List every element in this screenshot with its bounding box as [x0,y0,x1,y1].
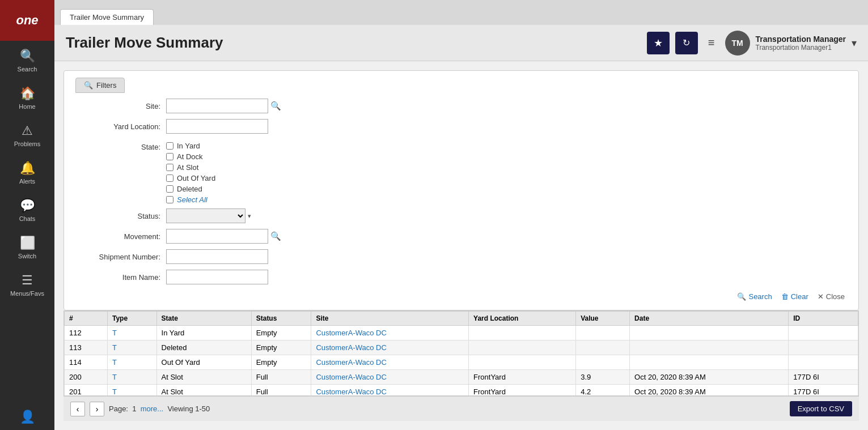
hamburger-button[interactable]: ≡ [704,36,719,49]
cell-status: Empty [251,340,311,355]
next-icon: › [96,405,99,414]
cell-type: T [107,355,156,370]
shipment-number-input[interactable] [166,249,268,264]
cell-yard [469,340,576,355]
site-link[interactable]: CustomerA-Waco DC [316,343,386,352]
movement-label: Movement: [75,229,166,245]
checkbox-at-dock[interactable] [166,153,173,160]
cell-type: T [107,340,156,355]
user-icon: 👤 [20,410,35,424]
type-link[interactable]: T [112,329,117,337]
checkbox-at-slot[interactable] [166,164,173,171]
cell-date [630,355,789,370]
cell-yard: FrontYard [469,370,576,385]
export-csv-button[interactable]: Export to CSV [790,401,852,416]
clear-icon: 🗑 [781,292,789,301]
checkbox-in-yard[interactable] [166,142,173,150]
cell-yard [469,326,576,340]
status-label: Status: [75,208,166,224]
filters-tab[interactable]: 🔍 Filters [75,78,125,93]
type-link[interactable]: T [112,388,117,396]
cell-value [576,326,630,340]
shipment-number-label: Shipment Number: [75,249,166,265]
filter-close-button[interactable]: ✕ Close [818,292,845,301]
type-link[interactable]: T [112,343,117,352]
site-link[interactable]: CustomerA-Waco DC [316,373,386,381]
user-details: Transportation Manager Transportation Ma… [756,35,846,52]
prev-page-button[interactable]: ‹ [70,402,85,416]
sidebar-item-menus[interactable]: ☰ Menus/Favs [0,265,54,303]
site-link[interactable]: CustomerA-Waco DC [316,358,386,367]
cell-state: Out Of Yard [156,355,251,370]
sidebar-item-problems[interactable]: ⚠ Problems [0,116,54,153]
next-page-button[interactable]: › [90,402,104,416]
site-input[interactable] [166,99,268,113]
status-select[interactable] [166,208,245,223]
avatar: TM [725,31,750,56]
cell-site: CustomerA-Waco DC [311,385,469,397]
site-link[interactable]: CustomerA-Waco DC [316,388,386,396]
content-area: 🔍 Filters Site: 🔍 Yard Location: [54,61,868,430]
site-label: Site: [75,99,166,114]
movement-search-button[interactable]: 🔍 [270,231,281,241]
item-name-label: Item Name: [75,270,166,286]
checkbox-select-all[interactable] [166,196,173,203]
state-out-of-yard[interactable]: Out Of Yard [166,174,215,182]
sidebar-item-user[interactable]: 👤 [0,402,54,430]
cell-yard: FrontYard [469,385,576,397]
status-select-group: ▾ [166,208,251,223]
cell-value [576,355,630,370]
cell-id [789,340,858,355]
state-in-yard[interactable]: In Yard [166,142,215,150]
item-name-input[interactable] [166,270,268,284]
state-checkboxes: In Yard At Dock At Slot Out Of Yard [166,139,215,204]
sidebar-item-chats[interactable]: 💬 Chats [0,190,54,228]
header-actions: ★ ↻ ≡ TM Transportation Manager Transpor… [647,31,857,56]
type-link[interactable]: T [112,373,117,381]
refresh-button[interactable]: ↻ [675,32,698,54]
movement-search-icon: 🔍 [270,231,281,241]
filter-search-button[interactable]: 🔍 Search [737,292,772,301]
state-deleted[interactable]: Deleted [166,185,215,193]
sidebar-item-alerts[interactable]: 🔔 Alerts [0,153,54,190]
cell-state: At Slot [156,385,251,397]
site-link[interactable]: CustomerA-Waco DC [316,329,386,337]
table-row: 114 T Out Of Yard Empty CustomerA-Waco D… [65,355,858,370]
sidebar-item-search[interactable]: 🔍 Search [0,41,54,78]
table-wrapper: # Type State Status Site Yard Location V… [63,310,859,396]
state-at-dock[interactable]: At Dock [166,152,215,161]
checkbox-deleted[interactable] [166,185,173,193]
star-button[interactable]: ★ [647,32,670,54]
cell-num: 113 [65,340,108,355]
checkbox-out-of-yard[interactable] [166,174,173,182]
user-dropdown-icon[interactable]: ▾ [852,37,857,49]
more-link[interactable]: more... [141,405,163,413]
movement-input[interactable] [166,229,268,244]
sidebar-item-home[interactable]: 🏠 Home [0,78,54,116]
state-select-all[interactable]: Select All [166,195,215,204]
sidebar-item-switch[interactable]: ⬜ Switch [0,228,54,265]
prev-icon: ‹ [77,405,79,414]
tab-trailer-move-summary[interactable]: Trailer Move Summary [60,9,154,25]
cell-state: Deleted [156,340,251,355]
cell-type: T [107,370,156,385]
type-link[interactable]: T [112,358,117,367]
cell-type: T [107,385,156,397]
cell-site: CustomerA-Waco DC [311,355,469,370]
status-row: Status: ▾ [75,208,847,224]
cell-id: 177D 6I [789,370,858,385]
col-state: State [156,312,251,326]
tab-bar: Trailer Move Summary [54,0,868,25]
state-at-slot[interactable]: At Slot [166,163,215,172]
cell-state: In Yard [156,326,251,340]
cell-value: 4.2 [576,385,630,397]
cell-value [576,340,630,355]
filter-clear-button[interactable]: 🗑 Clear [781,292,808,301]
page-title: Trailer Move Summary [66,34,647,52]
cell-id [789,355,858,370]
page-header: Trailer Move Summary ★ ↻ ≡ TM Transporta… [54,25,868,61]
menu-icon: ☰ [22,273,33,288]
shipment-number-row: Shipment Number: [75,249,847,265]
site-search-button[interactable]: 🔍 [270,101,281,111]
yard-location-input[interactable] [166,119,268,134]
